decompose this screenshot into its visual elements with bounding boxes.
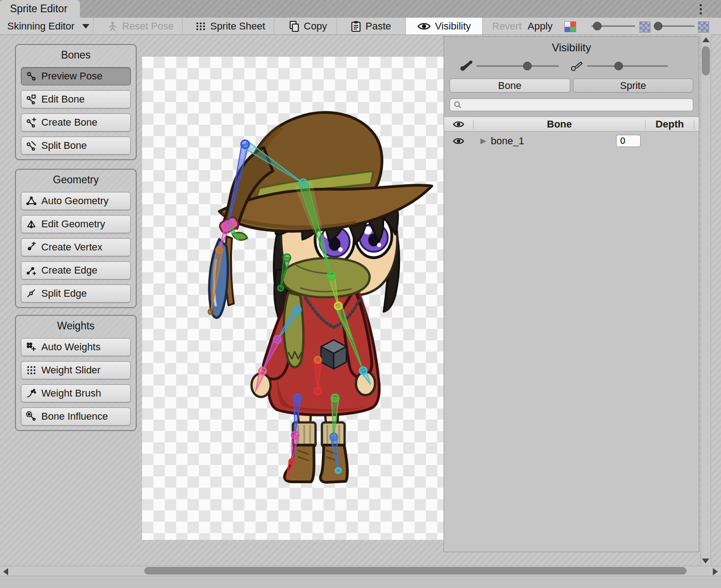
weight-brush-icon [26, 388, 37, 399]
tool-split-edge[interactable]: Split Edge [21, 284, 131, 303]
depth-input[interactable] [616, 135, 641, 147]
weight-slider-icon [26, 365, 37, 376]
tool-split-bone[interactable]: Split Bone [21, 137, 131, 155]
bone-outline-icon [570, 59, 584, 74]
search-input[interactable] [449, 98, 693, 111]
toolbar-separator [274, 18, 274, 34]
toolbar-separator [336, 18, 337, 34]
scroll-left-arrow[interactable] [3, 568, 8, 575]
mode-dropdown[interactable]: Skinning Editor [5, 18, 92, 34]
create-edge-icon [26, 265, 37, 276]
scroll-up-arrow[interactable] [702, 37, 710, 42]
alpha-slider-track [591, 25, 635, 27]
mesh-opacity-slider-thumb[interactable] [614, 62, 623, 70]
mode-dropdown-label: Skinning Editor [7, 20, 74, 32]
tool-weight-slider[interactable]: Weight Slider [21, 361, 131, 379]
apply-button[interactable]: Apply [525, 18, 555, 34]
bones-panel-title: Bones [16, 45, 136, 62]
row-eye-icon[interactable] [444, 137, 473, 145]
zoom-slider-thumb[interactable] [654, 22, 662, 30]
auto-weights-icon [26, 342, 37, 353]
horizontal-scrollbar [0, 566, 721, 576]
bones-panel: Bones Preview Pose Edit Bone Create Bone… [15, 44, 137, 160]
tool-create-edge[interactable]: Create Edge [21, 261, 131, 279]
column-header-bone: Bone [474, 118, 645, 130]
bone-influence-icon [26, 411, 37, 422]
alpha-slider-thumb[interactable] [593, 22, 602, 30]
tool-auto-geometry[interactable]: Auto Geometry [21, 192, 131, 210]
disclosure-triangle-icon[interactable]: ▶ [480, 136, 486, 146]
visibility-panel: Visibility Bone Sprite [444, 36, 699, 552]
tab-title: Sprite Editor [10, 3, 68, 15]
bone-list: ▶ bone_1 [444, 132, 699, 552]
visibility-column-eye-icon[interactable] [444, 120, 473, 128]
vertical-scrollbar [701, 34, 711, 566]
tool-preview-pose[interactable]: Preview Pose [21, 67, 131, 85]
bone-table-header: Bone Depth [444, 117, 699, 132]
visibility-tabs: Bone Sprite [444, 78, 699, 93]
auto-geometry-icon [26, 196, 37, 206]
preview-pose-icon [26, 71, 37, 82]
eye-icon [417, 21, 431, 32]
tool-create-bone[interactable]: Create Bone [21, 113, 131, 132]
visibility-toggle-button[interactable]: Visibility [406, 18, 482, 34]
column-header-depth: Depth [646, 118, 694, 130]
tool-weight-brush[interactable]: Weight Brush [21, 384, 131, 402]
status-strip [0, 576, 721, 588]
copy-icon [289, 21, 300, 32]
sprite-canvas-art [142, 57, 444, 540]
weights-panel-title: Weights [16, 316, 136, 333]
scroll-down-arrow[interactable] [702, 559, 709, 564]
search-field [449, 98, 693, 111]
split-edge-icon [26, 288, 37, 299]
toolbar: Skinning Editor Reset Pose Sprite Sheet … [0, 18, 721, 35]
visibility-controls [444, 56, 699, 78]
tab-sprite[interactable]: Sprite [573, 78, 694, 93]
create-vertex-icon [26, 242, 37, 253]
revert-button: Revert [489, 18, 524, 34]
pattern-chip[interactable] [698, 21, 709, 33]
sprite-editor-tab[interactable]: Sprite Editor [0, 0, 80, 18]
scroll-right-arrow[interactable] [713, 568, 718, 575]
paste-button[interactable]: Paste [348, 18, 394, 34]
color-swatch[interactable] [564, 21, 576, 32]
bone-opacity-slider-track [476, 65, 559, 67]
vertical-scrollbar-thumb[interactable] [702, 46, 710, 75]
visibility-panel-title: Visibility [444, 37, 699, 56]
bone-filled-icon [459, 59, 473, 74]
copy-button[interactable]: Copy [286, 18, 330, 34]
reset-pose-icon [107, 21, 118, 32]
tool-edit-geometry[interactable]: Edit Geometry [21, 215, 131, 233]
create-bone-icon [26, 117, 37, 128]
sprite-sheet-icon [195, 21, 206, 32]
bone-name: bone_1 [491, 135, 524, 147]
mesh-opacity-slider-track [587, 65, 668, 67]
search-icon [454, 101, 462, 111]
bone-row[interactable]: ▶ bone_1 [444, 132, 699, 150]
edit-geometry-icon [26, 219, 37, 230]
weights-panel: Weights Auto Weights Weight Slider Weigh… [15, 315, 137, 431]
bone-opacity-slider-thumb[interactable] [523, 62, 532, 70]
paste-icon [351, 21, 361, 32]
geometry-panel-title: Geometry [16, 170, 136, 187]
zoom-slider-track [654, 25, 695, 27]
window-tab-bar: Sprite Editor [0, 0, 721, 18]
sprite-sheet-button[interactable]: Sprite Sheet [193, 18, 268, 34]
edit-bone-icon [26, 94, 37, 105]
sprite-canvas[interactable] [142, 57, 444, 540]
reset-pose-button: Reset Pose [104, 18, 177, 34]
tool-edit-bone[interactable]: Edit Bone [21, 90, 131, 108]
horizontal-scrollbar-thumb[interactable] [144, 567, 686, 574]
tool-create-vertex[interactable]: Create Vertex [21, 238, 131, 256]
kebab-menu-icon[interactable] [694, 2, 707, 16]
split-bone-icon [26, 140, 37, 151]
toolbar-separator [182, 18, 183, 34]
geometry-panel: Geometry Auto Geometry Edit Geometry Cre… [15, 169, 137, 308]
tool-bone-influence[interactable]: Bone Influence [21, 407, 131, 426]
chevron-down-icon [82, 24, 89, 29]
toolbar-separator [93, 18, 94, 34]
tool-auto-weights[interactable]: Auto Weights [21, 338, 131, 356]
toolbar-separator [482, 18, 483, 34]
tab-bone[interactable]: Bone [449, 78, 570, 93]
alpha-texture-chip[interactable] [639, 21, 651, 33]
